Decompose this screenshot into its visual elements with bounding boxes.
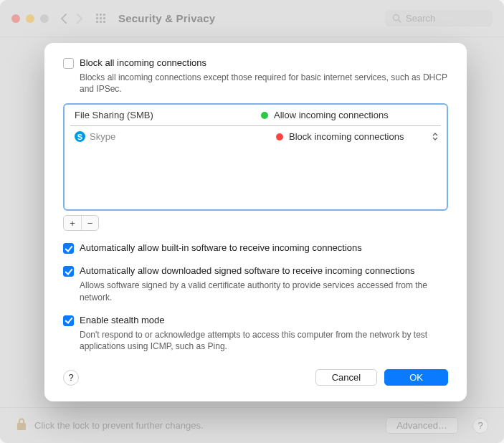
lock-hint: Click the lock to prevent further change…	[34, 420, 204, 431]
status-dropdown-icon[interactable]	[432, 133, 438, 140]
stealth-description: Don't respond to or acknowledge attempts…	[80, 329, 448, 352]
status-label: Allow incoming connections	[274, 110, 389, 120]
window-traffic-lights	[11, 14, 49, 23]
auto-signed-label: Automatically allow downloaded signed so…	[80, 265, 415, 276]
search-input[interactable]: Search	[385, 10, 493, 27]
status-dot-icon	[261, 112, 268, 119]
remove-app-button[interactable]: −	[81, 216, 98, 230]
skype-icon: S	[75, 131, 85, 142]
auto-signed-checkbox[interactable]	[63, 266, 74, 277]
lock-icon[interactable]	[16, 418, 27, 433]
preferences-window: Security & Privacy Search Click the lock…	[0, 0, 504, 443]
auto-signed-description: Allows software signed by a valid certif…	[80, 280, 448, 303]
status-dot-icon	[276, 133, 283, 140]
back-button[interactable]	[60, 14, 67, 24]
status-label: Block incoming connections	[289, 131, 404, 142]
app-name: File Sharing (SMB)	[75, 110, 261, 120]
zoom-icon[interactable]	[40, 14, 49, 23]
app-name: Skype	[90, 131, 276, 142]
show-all-icon[interactable]	[96, 14, 105, 23]
search-icon	[392, 14, 401, 23]
footer-bar: Click the lock to prevent further change…	[0, 407, 504, 443]
auto-builtin-row[interactable]: Automatically allow built-in software to…	[63, 242, 448, 254]
stealth-checkbox[interactable]	[63, 315, 74, 326]
block-all-row[interactable]: Block all incoming connections	[63, 57, 448, 69]
auto-signed-row[interactable]: Automatically allow downloaded signed so…	[63, 265, 448, 277]
close-icon[interactable]	[11, 14, 20, 23]
svg-point-0	[394, 15, 399, 21]
auto-builtin-checkbox[interactable]	[63, 243, 74, 254]
block-all-label: Block all incoming connections	[80, 57, 206, 68]
minimize-icon[interactable]	[26, 14, 34, 23]
app-row[interactable]: SSkypeBlock incoming connections	[65, 126, 447, 147]
sheet-help-button[interactable]: ?	[63, 370, 79, 386]
chevron-right-icon	[76, 14, 83, 24]
window-title: Security & Privacy	[118, 12, 215, 24]
app-list[interactable]: File Sharing (SMB)Allow incoming connect…	[63, 103, 448, 211]
add-remove-control: + −	[63, 215, 99, 231]
auto-builtin-label: Automatically allow built-in software to…	[80, 242, 362, 253]
svg-line-1	[399, 20, 401, 22]
block-all-checkbox[interactable]	[63, 58, 74, 69]
help-button[interactable]: ?	[472, 418, 488, 434]
svg-rect-2	[17, 423, 26, 430]
ok-button[interactable]: OK	[384, 369, 448, 386]
block-all-description: Blocks all incoming connections except t…	[80, 72, 448, 95]
forward-button[interactable]	[76, 14, 83, 24]
stealth-label: Enable stealth mode	[80, 315, 165, 325]
toolbar: Security & Privacy Search	[0, 0, 504, 37]
cancel-button[interactable]: Cancel	[315, 369, 377, 386]
firewall-options-sheet: Block all incoming connections Blocks al…	[44, 43, 467, 401]
add-app-button[interactable]: +	[64, 216, 81, 230]
app-row[interactable]: File Sharing (SMB)Allow incoming connect…	[65, 105, 447, 125]
search-placeholder: Search	[406, 13, 435, 24]
action-row: ? Cancel OK	[63, 369, 448, 386]
advanced-button[interactable]: Advanced…	[386, 417, 458, 434]
stealth-row[interactable]: Enable stealth mode	[63, 315, 448, 326]
chevron-left-icon	[60, 14, 67, 24]
